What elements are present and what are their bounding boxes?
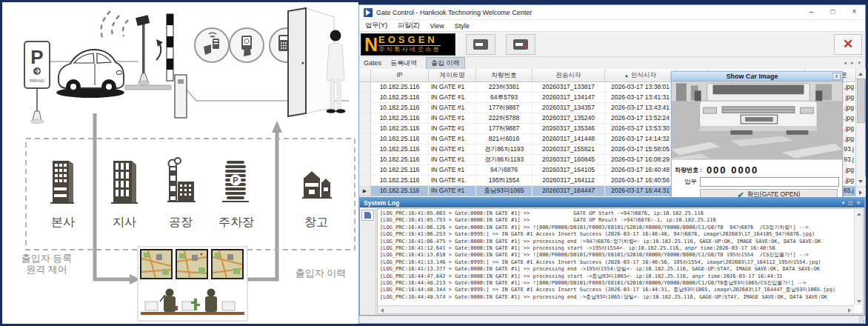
log-line: [LOG_PRC:16:44:48.213 > Gate:0000:IN GAT… (380, 280, 861, 287)
task-input[interactable] (700, 177, 839, 187)
log-line: [LOG_PRC:16:41:06.126 > Gate:0000:IN GAT… (380, 224, 861, 231)
scroll-up-icon[interactable] (856, 69, 866, 79)
tab-scroll-icons[interactable]: ◂ ▸ ▾ (844, 60, 862, 66)
cell-plate: 821서6016 (476, 134, 533, 144)
cell-sel (359, 103, 371, 113)
log-lines: [LOG_PRC:16:41:05.063 > Gate:0000:IN GAT… (380, 210, 861, 301)
cell-send: 20260317_135240 (533, 113, 605, 123)
log-line: [LOG_PRC:16:41:12.641 > Gate:0000:IN GAT… (380, 245, 861, 252)
gate-barrier (125, 14, 187, 118)
cell-send: 20260317_164447 (533, 186, 605, 196)
building-factory (167, 158, 196, 202)
scroll-down-icon[interactable] (856, 176, 866, 186)
plate-number-label: 차량번호 : (675, 166, 702, 174)
cell-gate: IN GATE #1 (429, 124, 476, 133)
log-line: [LOG_PRC:16:41:05.063 > Gate:0000:IN GAT… (380, 210, 861, 217)
cell-send: 20260317_134357 (533, 103, 605, 113)
scroll-right-icon[interactable] (856, 187, 866, 196)
door (288, 8, 334, 116)
save-log-button[interactable] (361, 210, 374, 221)
tabs-prefix-label: Gates (364, 59, 381, 67)
menu-item-0[interactable]: 업무(Y) (365, 21, 387, 30)
cell-plate: 경기86차1193 (476, 155, 533, 164)
tab-access-history[interactable]: 출입 이력 (426, 57, 465, 70)
cell-ip: 10.182.25.116 (371, 124, 429, 133)
menu-item-2[interactable]: View (430, 22, 444, 30)
cell-sel (359, 124, 371, 133)
logo-subtext: 주식회사네오스젠 (378, 45, 441, 53)
logo-n: N (364, 35, 378, 54)
tab-registry[interactable]: 등록내역 (386, 58, 421, 69)
exit-button[interactable]: ✕ (834, 34, 862, 55)
cell-recog: 2026-03-17 13:43:41 (605, 103, 676, 113)
cell-recog: 2026-03-17 13:38:01 (605, 82, 676, 92)
parking-sign-p: P (30, 46, 43, 68)
label-hq: 본사 (51, 216, 75, 228)
cell-gate: IN GATE #1 (429, 176, 476, 185)
fingerprint-reader-icon (230, 28, 264, 62)
log-line: [LOG_PRC:16:41:05.753 > Gate:0000:IN GAT… (380, 217, 861, 224)
caption-history: 출입자 이력 (296, 267, 347, 279)
maximize-button[interactable]: □ (822, 5, 844, 19)
cell-ip: 10.182.25.116 (371, 82, 429, 92)
label-parking: 주차장 (218, 216, 254, 228)
log-line: [LOG_PRC:16:41:06.475 > Gate:0000:IN GAT… (380, 239, 861, 245)
table-scrollbar[interactable] (855, 69, 865, 196)
toolbar: N EOSGEN 주식회사네오스젠 ✕ (359, 32, 865, 57)
cell-recog: 2026-03-17 16:44:31 (605, 186, 676, 196)
header-recog-time[interactable]: ▲인식시각 (605, 69, 676, 82)
logo-text: EOSGEN (378, 35, 441, 44)
popup-close-icon[interactable]: x (832, 73, 841, 80)
cell-ip: 10.182.25.116 (371, 93, 429, 102)
log-scroll-up-icon[interactable] (855, 209, 864, 219)
cell-gate: IN GATE #1 (429, 134, 476, 144)
panel-close-icon[interactable]: ✕ (856, 200, 861, 206)
header-ip[interactable]: IP (371, 69, 429, 82)
header-send-time[interactable]: 전송시각 (533, 69, 605, 82)
car-photo (672, 82, 842, 160)
log-line: [LOG_PRC:16:41:13.010 > Gate:0000:IN GAT… (380, 252, 861, 259)
system-log-titlebar[interactable]: System Log ▾ ◻ ✕ (360, 198, 864, 207)
cell-sel (359, 93, 371, 102)
cell-recog: 2026-03-17 13:52:24 (605, 113, 676, 123)
gate-tool-button-1[interactable] (466, 34, 495, 55)
scroll-thumb[interactable] (857, 79, 865, 123)
cell-ip: 10.182.25.116 (371, 103, 429, 113)
header-gate[interactable]: 게이트명 (429, 69, 476, 82)
cell-send: 20260317_155821 (533, 144, 605, 154)
monitoring-center (138, 247, 247, 321)
cell-ip: 10.182.25.116 (371, 113, 429, 123)
header-plate[interactable]: 차량번호 (476, 69, 533, 82)
gate-tool-button-2[interactable] (506, 34, 535, 55)
cell-sel (359, 176, 371, 185)
label-warehouse: 창고 (304, 216, 328, 228)
cell-gate: IN GATE #1 (429, 82, 476, 92)
log-scroll-down-icon[interactable] (855, 296, 864, 305)
cell-send: 20260317_133817 (533, 82, 605, 92)
cell-gate: IN GATE #1 (429, 144, 476, 154)
cell-recog: 2026-03-17 16:40:48 (605, 165, 676, 175)
task-row: 업무 (672, 176, 842, 188)
log-vertical-scrollbar[interactable] (854, 209, 863, 305)
close-button[interactable]: × (844, 5, 865, 19)
log-horizontal-scrollbar[interactable] (378, 305, 854, 313)
cell-ip: 10.182.25.116 (371, 165, 429, 175)
cell-sel (359, 144, 371, 154)
menu-item-1[interactable]: 파일(Z) (398, 21, 420, 30)
popup-titlebar[interactable]: Show Car Image x (672, 72, 842, 82)
header-selector (359, 69, 371, 82)
minimize-button[interactable]: – (801, 5, 822, 19)
cell-sel (359, 82, 371, 92)
rfid-reader-icon (195, 28, 229, 62)
panel-pin-icon[interactable]: ▾ (842, 200, 845, 206)
panel-float-icon[interactable]: ◻ (848, 200, 852, 206)
screenshot-frame: P PARKING (0, 0, 868, 326)
resize-grip[interactable] (858, 316, 864, 322)
cell-ip: 10.182.25.116 (371, 176, 429, 185)
cell-gate: IN GATE #1 (429, 165, 476, 175)
cell-sel (359, 113, 371, 123)
menu-item-3[interactable]: Style (455, 22, 470, 30)
cell-ip: 10.182.25.116 (371, 144, 429, 154)
cell-plate: 195하1554 (476, 176, 533, 185)
caption-register: 출입자 등록 (21, 253, 73, 264)
